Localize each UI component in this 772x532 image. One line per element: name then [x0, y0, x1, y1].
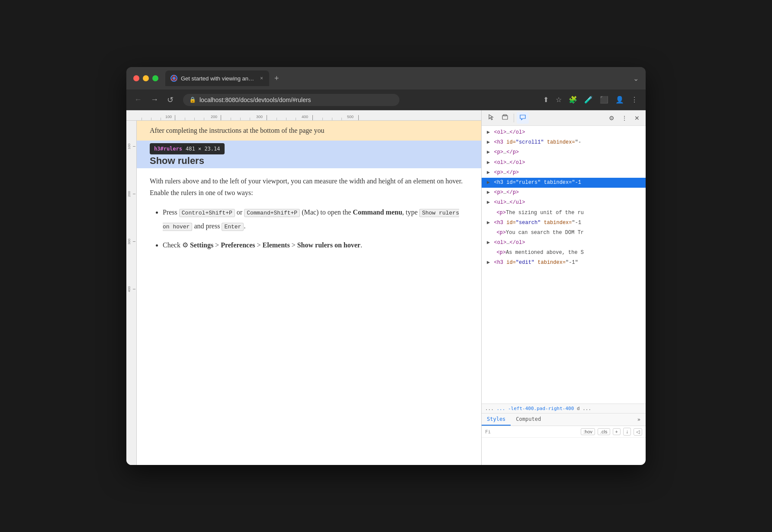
filter-input[interactable]: Fi: [485, 429, 578, 435]
status-text: ... -left-400.pad-right-400: [497, 406, 574, 411]
dom-line-h3-rulers[interactable]: ▶ <h3 id="rulers" tabindex="-1: [482, 178, 646, 188]
toolbar-separator: [514, 114, 514, 122]
expand-arrow: ▶: [487, 220, 490, 226]
ruler-mark-300: 300: [256, 115, 263, 119]
dom-line-p-1[interactable]: ▶ <p>…</p>: [482, 147, 646, 157]
preferences-bold: Preferences: [221, 241, 255, 249]
ruler-left: 100 200 300 400: [126, 121, 137, 465]
devtools-layers-btn[interactable]: [499, 112, 511, 124]
enter-code: Enter: [222, 223, 244, 231]
ruler-top: 100 200 300 400 500: [126, 110, 481, 121]
toggle-btn[interactable]: ↓: [623, 428, 631, 436]
devtools-close-btn[interactable]: ✕: [632, 113, 642, 123]
expand-arrow: ▶: [487, 179, 490, 186]
page-content: h3#rulers 481 × 23.14 After completing t…: [137, 121, 481, 465]
expand-arrow: ▶: [487, 129, 490, 135]
dom-tree[interactable]: ▶ <ol>…</ol> ▶ <h3 id="scroll1" tabindex…: [482, 126, 646, 404]
body-text: With rulers above and to the left of you…: [137, 168, 481, 205]
list-item-2: Check ⚙ Settings > Preferences > Element…: [163, 238, 464, 252]
expand-arrow: ▶: [487, 260, 490, 266]
list-item-1: Press Control+Shift+P or Command+Shift+P…: [163, 205, 464, 233]
devtools-cursor-btn[interactable]: [485, 112, 497, 124]
devtools-more-btn[interactable]: ⋮: [619, 113, 630, 123]
ruler-mark-200: 200: [211, 115, 217, 119]
styles-tabs: Styles Computed »: [482, 413, 646, 426]
more-menu-icon[interactable]: ⋮: [628, 93, 640, 106]
hov-filter-btn[interactable]: :hov: [581, 428, 595, 435]
ruler-mark-500: 500: [347, 115, 354, 119]
shortcut-ctrl: Control+Shift+P: [179, 209, 235, 217]
shortcut-cmd: Command+Shift+P: [244, 209, 300, 217]
dom-line-p-sizing[interactable]: <p>The sizing unit of the ru: [482, 208, 646, 218]
close-button[interactable]: [133, 75, 139, 81]
webpage: 100 200 300 400 500: [126, 110, 481, 465]
dom-line-p-mentioned[interactable]: <p>As mentioned above, the S: [482, 248, 646, 258]
content-with-ruler: 100 200 300 400: [126, 121, 481, 465]
devtools-status-bar: ... ... -left-400.pad-right-400 d ...: [482, 404, 646, 413]
dom-line-h3-search[interactable]: ▶ <h3 id="search" tabindex="-1: [482, 218, 646, 228]
dom-line-p-search[interactable]: <p>You can search the DOM Tr: [482, 228, 646, 238]
status-ellipsis: ...: [485, 406, 497, 411]
tooltip-dimensions: 481 × 23.14: [186, 146, 220, 152]
tab-computed[interactable]: Computed: [511, 413, 546, 426]
ruler-mark-100: 100: [165, 115, 172, 119]
dom-line-ol-1[interactable]: ▶ <ol>…</ol>: [482, 128, 646, 138]
chrome-favicon-icon: [170, 75, 177, 82]
expand-arrow: ▶: [487, 149, 490, 155]
settings-bold: Settings: [190, 241, 213, 249]
inspect-btn[interactable]: ◁: [634, 428, 642, 436]
reload-button[interactable]: ↺: [164, 93, 176, 106]
command-menu-bold: Command menu: [353, 208, 402, 216]
tab-styles[interactable]: Styles: [482, 413, 511, 426]
instructions-list: Press Control+Shift+P or Command+Shift+P…: [137, 205, 481, 263]
intro-highlighted-row: After completing the instructions at the…: [137, 121, 481, 141]
show-rulers-heading: Show rulers: [150, 155, 468, 167]
dom-line-p-3[interactable]: ▶ <p>…</p>: [482, 188, 646, 198]
expand-arrow: ▶: [487, 139, 490, 145]
show-rulers-row: Show rulers: [137, 154, 481, 168]
dom-line-p-2[interactable]: ▶ <p>…</p>: [482, 168, 646, 178]
split-screen-icon[interactable]: ⬛: [597, 93, 611, 106]
account-icon[interactable]: 👤: [613, 93, 627, 106]
share-icon[interactable]: ⬆: [540, 93, 551, 106]
elements-bold: Elements: [263, 241, 290, 249]
expand-arrow: ▶: [487, 189, 490, 195]
traffic-lights: [133, 75, 158, 81]
cls-filter-btn[interactable]: .cls: [598, 428, 610, 435]
devtools-settings-btn[interactable]: ⚙: [606, 113, 617, 123]
status-suffix: d ...: [577, 406, 591, 411]
address-bar-input[interactable]: 🔒 localhost:8080/docs/devtools/dom/#rule…: [183, 94, 399, 106]
dom-line-h3-edit[interactable]: ▶ <h3 id="edit" tabindex="-1": [482, 258, 646, 268]
dom-line-ol-3[interactable]: ▶ <ol>…</ol>: [482, 238, 646, 248]
expand-arrow: ▶: [487, 160, 490, 166]
tab-overflow-icon[interactable]: ⌄: [633, 74, 639, 83]
active-tab[interactable]: Get started with viewing and c ×: [165, 71, 269, 86]
dom-line-ul-1[interactable]: ▶ <ul>…</ul>: [482, 198, 646, 208]
styles-panel: Styles Computed » Fi :hov .cls + ↓ ◁: [482, 413, 646, 465]
browser-window: Get started with viewing and c × + ⌄ ← →…: [126, 67, 646, 465]
maximize-button[interactable]: [152, 75, 158, 81]
back-button[interactable]: ←: [132, 93, 145, 106]
forward-button[interactable]: →: [148, 93, 161, 106]
devtools-comments-btn[interactable]: [517, 112, 529, 124]
tab-bar: Get started with viewing and c × + ⌄: [165, 71, 639, 86]
devtools-panel: ⚙ ⋮ ✕ ▶ <ol>…</ol> ▶ <h3 id="scroll1" ta…: [481, 110, 646, 465]
new-tab-button[interactable]: +: [271, 72, 283, 85]
tab-more[interactable]: »: [632, 414, 646, 425]
browser-toolbar: ⬆ ☆ 🧩 🧪 ⬛ 👤 ⋮: [540, 93, 640, 106]
dom-line-ol-2[interactable]: ▶ <ol>…</ol>: [482, 158, 646, 168]
expand-arrow: ▶: [487, 170, 490, 176]
show-rulers-hover-bold: Show rulers on hover: [297, 241, 360, 249]
url-text: localhost:8080/docs/devtools/dom/#rulers: [199, 96, 393, 103]
add-style-btn[interactable]: +: [613, 428, 621, 435]
extensions-icon[interactable]: 🧩: [566, 93, 580, 106]
bookmark-icon[interactable]: ☆: [553, 93, 564, 106]
settings-gear-icon: ⚙: [182, 241, 188, 249]
minimize-button[interactable]: [143, 75, 149, 81]
labs-icon[interactable]: 🧪: [582, 93, 595, 106]
tab-close-icon[interactable]: ×: [259, 74, 264, 82]
intro-text: After completing the instructions at the…: [150, 125, 468, 136]
dom-line-h3-scroll1[interactable]: ▶ <h3 id="scroll1" tabindex="-: [482, 138, 646, 147]
lock-icon: 🔒: [189, 96, 196, 103]
title-bar: Get started with viewing and c × + ⌄: [126, 67, 646, 90]
